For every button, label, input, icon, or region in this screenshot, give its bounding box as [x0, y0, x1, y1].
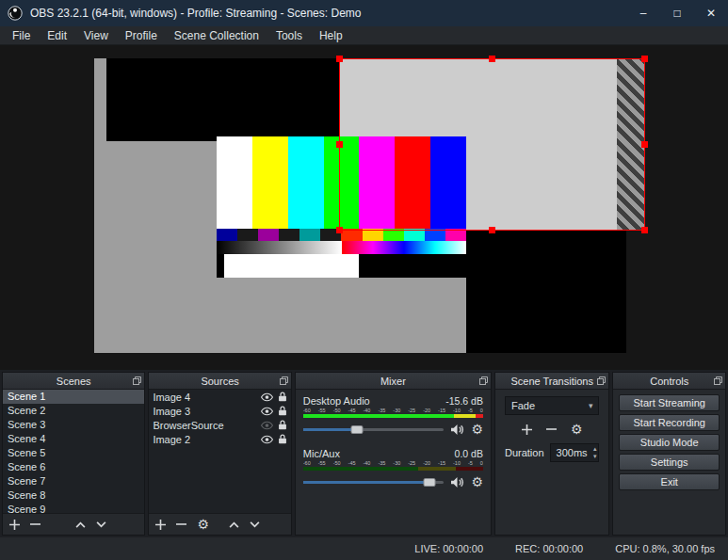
- remove-transition-button[interactable]: [546, 427, 557, 431]
- scene-list-item[interactable]: Scene 7: [3, 474, 144, 488]
- volume-slider-handle[interactable]: [350, 425, 363, 434]
- scenes-panel: Scenes Scene 1 Scene 2 Scene 3 Scene 4 S…: [2, 372, 145, 536]
- controls-body: Start Streaming Start Recording Studio M…: [613, 390, 725, 495]
- scene-list-item[interactable]: Scene 8: [3, 488, 144, 503]
- source-row[interactable]: BrowserSource: [149, 418, 290, 432]
- source-row[interactable]: Image 4: [149, 390, 290, 404]
- source-properties-gear-icon[interactable]: ⚙: [197, 518, 209, 531]
- lock-icon[interactable]: [278, 392, 287, 402]
- mixer-panel-title: Mixer: [380, 376, 406, 387]
- channel-level: 0.0 dB: [455, 448, 483, 459]
- menu-scene-collection[interactable]: Scene Collection: [166, 27, 267, 44]
- scene-list-item[interactable]: Scene 6: [3, 460, 144, 474]
- menu-edit[interactable]: Edit: [39, 27, 75, 44]
- rec-time: REC: 00:00:00: [515, 543, 583, 554]
- obs-main-window: OBS 23.2.1 (64-bit, windows) - Profile: …: [0, 0, 728, 560]
- exit-button[interactable]: Exit: [619, 473, 720, 490]
- source-name[interactable]: Image 2: [153, 434, 260, 445]
- remove-source-button[interactable]: [176, 522, 186, 526]
- grayscale-ramp: [217, 241, 342, 254]
- scenes-toolbar: [3, 513, 144, 535]
- visibility-eye-icon[interactable]: [261, 435, 273, 444]
- scene-list-item[interactable]: Scene 3: [3, 418, 144, 432]
- scene-list-item[interactable]: Scene 9: [3, 503, 144, 513]
- panel-float-icon[interactable]: [714, 376, 722, 385]
- selection-handle[interactable]: [336, 227, 343, 233]
- move-source-up-button[interactable]: [229, 521, 239, 528]
- scene-list-item[interactable]: Scene 2: [3, 404, 144, 418]
- transitions-body: Fade ▾ ⚙ Duration 300ms ▴ ▾: [495, 390, 609, 469]
- menu-help[interactable]: Help: [311, 27, 351, 44]
- visibility-eye-icon[interactable]: [261, 407, 273, 416]
- lock-icon[interactable]: [278, 434, 287, 444]
- meter-scale: -60-55-50-45-40-35-30-25-20-15-10-50: [303, 408, 483, 413]
- live-time: LIVE: 00:00:00: [414, 543, 483, 554]
- lock-icon[interactable]: [278, 420, 287, 430]
- window-title: OBS 23.2.1 (64-bit, windows) - Profile: …: [30, 7, 361, 20]
- panel-float-icon[interactable]: [133, 376, 141, 385]
- add-transition-button[interactable]: [522, 424, 532, 435]
- dock-row: Scenes Scene 1 Scene 2 Scene 3 Scene 4 S…: [0, 370, 728, 537]
- visibility-eye-icon-hidden[interactable]: [261, 421, 273, 430]
- source-row[interactable]: Image 3: [149, 404, 290, 418]
- menu-tools[interactable]: Tools: [267, 27, 311, 44]
- start-recording-button[interactable]: Start Recording: [619, 414, 720, 431]
- source-row[interactable]: Image 2: [149, 432, 290, 446]
- panel-float-icon[interactable]: [479, 376, 488, 385]
- visibility-eye-icon[interactable]: [261, 392, 273, 402]
- selection-handle[interactable]: [641, 141, 648, 148]
- close-button[interactable]: ✕: [694, 0, 728, 26]
- white-block: [224, 254, 359, 278]
- volume-slider[interactable]: [303, 423, 445, 436]
- source-list: Image 4 Image 3 BrowserSource: [149, 390, 290, 513]
- channel-gear-icon[interactable]: ⚙: [471, 475, 483, 488]
- scenes-panel-title: Scenes: [57, 376, 91, 387]
- menu-view[interactable]: View: [75, 27, 117, 44]
- scene-list-item[interactable]: Scene 4: [3, 432, 144, 446]
- selection-handle[interactable]: [641, 56, 648, 62]
- selection-outline: [339, 58, 645, 231]
- selection-handle[interactable]: [489, 227, 495, 233]
- source-name[interactable]: Image 3: [153, 406, 260, 417]
- scene-list-item[interactable]: Scene 5: [3, 446, 144, 460]
- duration-decrement-arrow[interactable]: ▾: [593, 453, 597, 460]
- selection-handle[interactable]: [336, 141, 343, 148]
- source-name[interactable]: BrowserSource: [153, 420, 260, 431]
- settings-button[interactable]: Settings: [619, 454, 720, 471]
- volume-slider[interactable]: [303, 475, 445, 488]
- selection-handle[interactable]: [336, 56, 343, 62]
- volume-slider-handle[interactable]: [424, 478, 436, 487]
- add-source-button[interactable]: [155, 520, 166, 530]
- duration-spinbox[interactable]: 300ms ▴ ▾: [550, 443, 600, 462]
- remove-scene-button[interactable]: [30, 522, 40, 526]
- maximize-button[interactable]: □: [660, 0, 694, 26]
- duration-increment-arrow[interactable]: ▴: [593, 445, 597, 453]
- speaker-icon[interactable]: [450, 476, 464, 488]
- selection-handle[interactable]: [489, 56, 495, 62]
- transition-tools: ⚙: [505, 423, 600, 436]
- source-black-topleft[interactable]: [106, 58, 339, 141]
- start-streaming-button[interactable]: Start Streaming: [619, 394, 720, 411]
- move-scene-down-button[interactable]: [96, 521, 106, 528]
- preview-area: [0, 45, 728, 370]
- add-scene-button[interactable]: [9, 520, 20, 530]
- menu-file[interactable]: File: [4, 27, 39, 44]
- lock-icon[interactable]: [278, 406, 287, 416]
- source-name[interactable]: Image 4: [153, 392, 260, 403]
- meter-scale: -60-55-50-45-40-35-30-25-20-15-10-50: [303, 460, 483, 466]
- source-black-bottomright[interactable]: [466, 231, 626, 353]
- studio-mode-button[interactable]: Studio Mode: [619, 434, 720, 451]
- transition-properties-gear-icon[interactable]: ⚙: [571, 423, 583, 436]
- panel-float-icon[interactable]: [280, 376, 288, 385]
- speaker-icon[interactable]: [450, 424, 464, 436]
- channel-gear-icon[interactable]: ⚙: [471, 423, 483, 436]
- minimize-button[interactable]: –: [626, 0, 660, 26]
- move-source-down-button[interactable]: [250, 521, 260, 528]
- panel-float-icon[interactable]: [597, 376, 606, 385]
- scene-list-item[interactable]: Scene 1: [3, 390, 144, 404]
- menu-profile[interactable]: Profile: [117, 27, 166, 44]
- move-scene-up-button[interactable]: [75, 521, 86, 528]
- selection-handle[interactable]: [641, 227, 648, 233]
- transition-selected-value: Fade: [511, 400, 535, 411]
- transition-select[interactable]: Fade ▾: [505, 396, 600, 415]
